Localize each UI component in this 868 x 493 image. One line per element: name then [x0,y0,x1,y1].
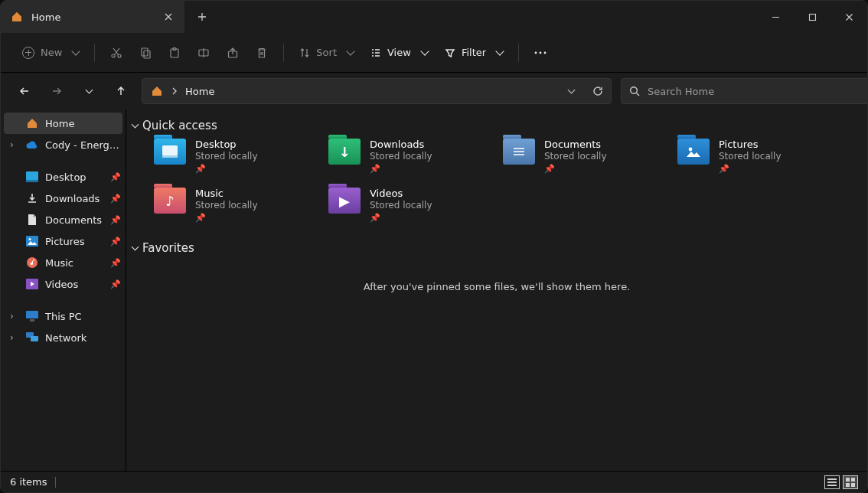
sidebar-item-downloads[interactable]: Downloads 📌 [1,188,126,209]
new-tab-button[interactable] [184,1,220,33]
delete-button[interactable] [248,39,276,67]
svg-rect-20 [30,319,34,322]
tab-title: Home [31,11,60,23]
sidebar-item-network[interactable]: › Network [1,327,126,348]
breadcrumb-location[interactable]: Home [185,86,214,97]
pin-icon: 📌 [719,164,782,174]
navigation-pane: Home › Cody - Energy Management Desktop … [1,109,126,471]
chevron-right-icon[interactable]: › [10,332,19,343]
svg-rect-22 [31,336,38,341]
more-button[interactable] [527,39,554,67]
sidebar-item-desktop[interactable]: Desktop 📌 [1,166,126,188]
picture-icon [25,234,39,248]
quick-access-item-music[interactable]: ♪ Music Stored locally 📌 [154,188,328,223]
videos-folder-icon: ▶ [328,188,361,214]
sidebar-item-music[interactable]: Music 📌 [1,252,126,273]
tab-home[interactable]: Home [1,1,184,33]
pin-icon: 📌 [370,213,432,223]
quick-access-header[interactable]: Quick access [132,116,861,139]
minimize-button[interactable] [757,1,794,33]
search-box[interactable] [621,78,868,104]
quick-access-grid: Desktop Stored locally 📌 ↓ Downloads Sto… [132,139,861,230]
pin-icon: 📌 [195,213,258,223]
document-icon [25,213,39,227]
toolbar: New Sort View Filter [1,33,867,73]
search-input[interactable] [648,86,868,97]
details-view-toggle[interactable] [824,475,840,489]
svg-point-16 [29,238,31,240]
sidebar-item-this-pc[interactable]: › This PC [1,305,126,327]
share-button[interactable] [219,39,246,67]
quick-access-item-downloads[interactable]: ↓ Downloads Stored locally 📌 [328,139,503,174]
address-bar[interactable]: Home [142,78,612,104]
pin-icon: 📌 [110,215,121,225]
quick-access-item-documents[interactable]: Documents Stored locally 📌 [503,139,677,174]
window-controls [757,1,867,33]
pin-icon: 📌 [110,172,121,182]
home-icon [25,116,39,130]
refresh-button[interactable] [592,86,603,96]
svg-rect-14 [26,180,38,182]
downloads-folder-icon: ↓ [328,139,361,165]
thumbnails-view-toggle[interactable] [843,475,858,489]
sidebar-item-onedrive[interactable]: › Cody - Energy Management [1,134,126,155]
address-history-button[interactable] [569,86,574,97]
svg-point-2 [118,54,121,57]
sidebar-item-home[interactable]: Home [4,113,122,134]
svg-point-25 [689,148,693,152]
svg-point-10 [540,51,542,54]
quick-access-item-pictures[interactable]: Pictures Stored locally 📌 [677,139,852,174]
documents-folder-icon [503,139,535,165]
sort-button[interactable]: Sort [292,39,361,67]
titlebar: Home [1,1,867,33]
item-count: 6 items [10,476,47,488]
pin-icon: 📌 [544,164,607,174]
view-button[interactable]: View [363,39,436,67]
close-button[interactable] [830,1,867,33]
sidebar-item-documents[interactable]: Documents 📌 [1,209,126,230]
home-icon [150,84,164,98]
pin-icon: 📌 [110,258,121,268]
home-icon [10,10,24,24]
rename-button[interactable] [190,39,217,67]
svg-point-1 [112,54,115,57]
recent-locations-button[interactable] [82,84,96,98]
svg-point-11 [544,51,547,54]
chevron-right-icon[interactable]: › [10,139,19,150]
download-icon [25,191,39,205]
back-button[interactable] [18,84,31,98]
favorites-empty-message: After you've pinned some files, we'll sh… [132,281,861,292]
tab-close-button[interactable] [162,10,175,24]
pin-icon: 📌 [110,237,121,246]
paste-button[interactable] [161,39,188,67]
sidebar-item-videos[interactable]: Videos 📌 [1,273,126,295]
search-icon [629,86,640,96]
status-bar: 6 items [1,471,867,492]
chevron-right-icon[interactable]: › [10,311,19,322]
music-icon [25,256,39,269]
cloud-icon [25,138,39,152]
quick-access-item-videos[interactable]: ▶ Videos Stored locally 📌 [328,188,503,223]
plus-circle-icon [22,47,34,59]
up-button[interactable] [114,84,128,98]
quick-access-item-desktop[interactable]: Desktop Stored locally 📌 [154,139,328,174]
chevron-down-icon [132,121,139,129]
filter-button[interactable]: Filter [437,39,511,67]
sidebar-item-pictures[interactable]: Pictures 📌 [1,230,126,252]
svg-rect-19 [26,311,38,318]
breadcrumb-separator-icon [171,87,178,95]
pin-icon: 📌 [110,194,121,204]
svg-rect-13 [26,171,38,180]
maximize-button[interactable] [794,1,830,33]
new-button[interactable]: New [15,39,86,67]
copy-button[interactable] [132,39,159,67]
music-folder-icon: ♪ [154,188,186,214]
cut-button[interactable] [103,39,130,67]
favorites-header[interactable]: Favorites [132,238,861,261]
svg-rect-3 [142,48,148,56]
pin-icon: 📌 [370,164,432,174]
svg-point-9 [535,51,537,54]
forward-button[interactable] [50,84,64,98]
svg-rect-24 [162,155,178,158]
video-icon [25,277,39,291]
